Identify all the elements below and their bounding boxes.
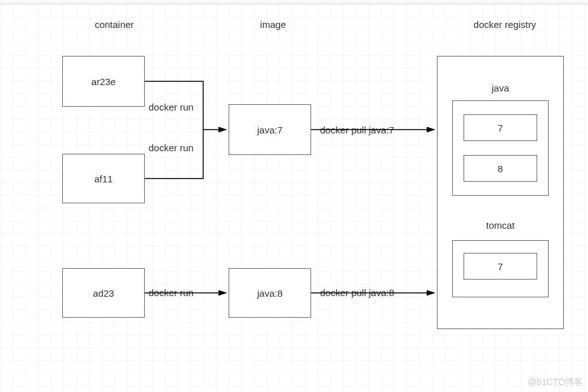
edge-label-run3: docker run bbox=[149, 287, 194, 298]
column-header-container: container bbox=[76, 19, 152, 30]
column-header-image: image bbox=[235, 19, 311, 30]
edge-label-pull1: docker pull java:7 bbox=[320, 125, 394, 135]
edge-label-run2: docker run bbox=[149, 142, 194, 153]
tag-label: 7 bbox=[498, 261, 503, 272]
watermark: @51CTO博客 bbox=[528, 377, 583, 388]
tag-box-java-7: 7 bbox=[464, 114, 537, 141]
container-box-ad23: ad23 bbox=[62, 268, 145, 318]
image-label: java:7 bbox=[257, 125, 283, 135]
image-box-java8: java:8 bbox=[229, 268, 311, 318]
container-box-ar23e: ar23e bbox=[62, 56, 145, 107]
tag-label: 8 bbox=[498, 163, 503, 174]
container-label: ar23e bbox=[91, 76, 116, 87]
tag-box-java-8: 8 bbox=[464, 155, 537, 182]
repo-label-tomcat: tomcat bbox=[469, 220, 532, 231]
tag-box-tomcat-7: 7 bbox=[464, 253, 537, 280]
image-box-java7: java:7 bbox=[229, 104, 311, 155]
image-label: java:8 bbox=[257, 288, 283, 299]
container-label: ad23 bbox=[93, 288, 114, 299]
edge-label-run1: docker run bbox=[149, 102, 194, 112]
column-header-registry: docker registry bbox=[457, 19, 552, 30]
edge-label-pull2: docker pull java:8 bbox=[320, 287, 394, 298]
tag-label: 7 bbox=[498, 123, 503, 133]
repo-label-java: java bbox=[469, 83, 532, 93]
container-box-af11: af11 bbox=[62, 154, 145, 203]
container-label: af11 bbox=[94, 173, 112, 184]
